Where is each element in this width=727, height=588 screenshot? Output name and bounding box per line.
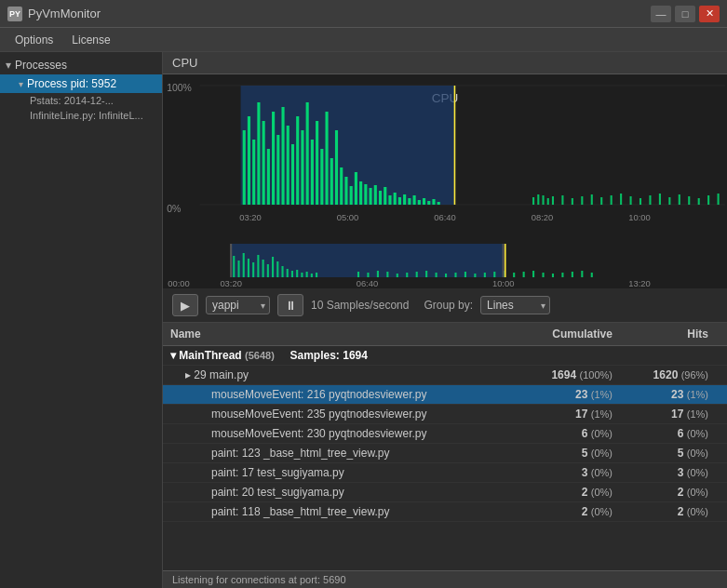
table-row[interactable]: mouseMoveEvent: 216 pyqtnodesviewer.py 2… — [163, 385, 727, 405]
controls-bar: ▶ yappi cProfile ⏸ 10 Samples/second Gro… — [163, 288, 727, 323]
row-cumulative: 2 (0%) — [520, 483, 620, 502]
svg-rect-105 — [464, 272, 466, 277]
row-hits: 3 (0%) — [620, 463, 727, 483]
processes-label: Processes — [15, 59, 67, 72]
svg-rect-84 — [272, 257, 274, 277]
svg-rect-98 — [397, 274, 398, 277]
collapse-arrow: ▾ — [6, 59, 11, 72]
svg-rect-79 — [248, 259, 249, 277]
window-title: PyVmMonitor — [28, 7, 101, 20]
row-name: paint: 123 _base_html_tree_view.py — [163, 444, 520, 463]
svg-text:100%: 100% — [167, 83, 192, 93]
main-hits: 1620 (96%) — [620, 366, 727, 385]
svg-rect-65 — [630, 196, 632, 205]
menu-license[interactable]: License — [64, 31, 117, 49]
svg-rect-34 — [355, 172, 357, 205]
svg-rect-85 — [276, 261, 278, 277]
groupby-select[interactable]: Lines Methods Files — [480, 296, 550, 314]
svg-rect-60 — [581, 196, 583, 205]
row-cumulative: 6 (0%) — [520, 424, 620, 444]
row-hits: 2 (0%) — [620, 483, 727, 502]
svg-rect-87 — [287, 269, 289, 277]
main-entry-name: ▸ 29 main.py — [163, 366, 520, 385]
svg-rect-21 — [291, 144, 294, 205]
play-button[interactable]: ▶ — [172, 294, 198, 316]
table-row[interactable]: paint: 118 _base_html_tree_view.py 2 (0%… — [163, 502, 727, 522]
svg-rect-33 — [350, 186, 353, 205]
svg-rect-41 — [388, 195, 391, 205]
table-row[interactable]: paint: 20 test_sugiyama.py 2 (0%) 2 (0%) — [163, 483, 727, 502]
svg-rect-38 — [374, 185, 377, 205]
svg-rect-95 — [367, 273, 369, 277]
svg-rect-62 — [600, 197, 602, 205]
svg-rect-74 — [718, 194, 720, 205]
svg-rect-23 — [301, 130, 303, 205]
row-name: paint: 118 _base_html_tree_view.py — [163, 502, 520, 522]
svg-text:06:40: 06:40 — [434, 213, 455, 222]
svg-rect-97 — [386, 272, 388, 277]
table-row[interactable]: paint: 17 test_sugiyama.py 3 (0%) 3 (0%) — [163, 463, 727, 483]
sidebar-processes-header[interactable]: ▾ Processes — [0, 56, 162, 74]
row-hits: 17 (1%) — [620, 405, 727, 424]
svg-rect-90 — [301, 273, 303, 277]
svg-rect-106 — [474, 274, 476, 277]
process-arrow: ▾ — [19, 79, 23, 89]
svg-rect-36 — [364, 184, 367, 205]
app-icon: PY — [7, 7, 22, 21]
svg-rect-67 — [649, 195, 651, 205]
table-row[interactable]: mouseMoveEvent: 230 pyqtnodesviewer.py 6… — [163, 424, 727, 444]
title-bar-left: PY PyVmMonitor — [7, 7, 101, 21]
table-row[interactable]: paint: 123 _base_html_tree_view.py 5 (0%… — [163, 444, 727, 463]
sidebar-item-process[interactable]: ▾ Process pid: 5952 — [0, 74, 162, 93]
svg-rect-16 — [267, 149, 270, 205]
svg-text:06:40: 06:40 — [357, 279, 378, 288]
window-controls: — □ ✕ — [651, 6, 720, 22]
svg-rect-14 — [257, 102, 260, 205]
svg-rect-20 — [287, 126, 289, 205]
close-button[interactable]: ✕ — [699, 6, 720, 22]
profiler-table: Name Cumulative Hits ▾ MainThread (5648) — [163, 323, 727, 522]
menu-bar: Options License — [0, 28, 727, 52]
svg-rect-49 — [427, 201, 430, 205]
svg-rect-96 — [377, 271, 379, 277]
svg-rect-18 — [276, 135, 279, 205]
svg-text:08:20: 08:20 — [532, 213, 553, 222]
svg-rect-43 — [398, 197, 401, 205]
sidebar-item-pstats[interactable]: Pstats: 2014-12-... — [0, 93, 162, 108]
sidebar: ▾ Processes ▾ Process pid: 5952 Pstats: … — [0, 52, 163, 588]
svg-rect-28 — [325, 112, 328, 205]
svg-rect-61 — [591, 194, 593, 205]
svg-text:03:20: 03:20 — [220, 279, 241, 288]
svg-rect-71 — [688, 196, 690, 205]
svg-rect-24 — [306, 102, 309, 205]
table-row[interactable]: mouseMoveEvent: 235 pyqtnodesviewer.py 1… — [163, 405, 727, 424]
groupby-label: Group by: — [424, 299, 473, 312]
pause-button[interactable]: ⏸ — [277, 294, 303, 316]
svg-rect-80 — [252, 262, 254, 277]
svg-rect-35 — [359, 181, 362, 205]
profiler-select[interactable]: yappi cProfile — [206, 296, 270, 314]
svg-rect-47 — [418, 200, 421, 205]
svg-rect-42 — [394, 193, 397, 205]
table-header: Name Cumulative Hits — [163, 323, 727, 346]
thread-arrow: ▾ — [170, 349, 176, 362]
svg-rect-77 — [237, 261, 239, 277]
row-cumulative: 3 (0%) — [520, 463, 620, 483]
svg-rect-15 — [263, 121, 265, 205]
thread-hits-cell — [620, 346, 727, 366]
main-entry-row[interactable]: ▸ 29 main.py 1694 (100%) 1620 (96%) — [163, 366, 727, 385]
maximize-button[interactable]: □ — [675, 6, 695, 22]
svg-rect-12 — [248, 116, 250, 205]
minimize-button[interactable]: — — [651, 6, 671, 22]
svg-rect-66 — [639, 198, 641, 205]
svg-rect-13 — [252, 140, 255, 205]
svg-rect-44 — [403, 194, 406, 205]
sidebar-item-infinite[interactable]: InfiniteLine.py: InfiniteL... — [0, 108, 162, 123]
menu-options[interactable]: Options — [7, 31, 61, 49]
svg-rect-32 — [344, 177, 347, 205]
svg-rect-107 — [484, 273, 486, 277]
svg-rect-22 — [296, 116, 299, 205]
thread-row[interactable]: ▾ MainThread (5648) Samples: 1694 — [163, 346, 727, 366]
table-body: ▾ MainThread (5648) Samples: 1694 — [163, 346, 727, 522]
svg-rect-63 — [611, 195, 613, 205]
